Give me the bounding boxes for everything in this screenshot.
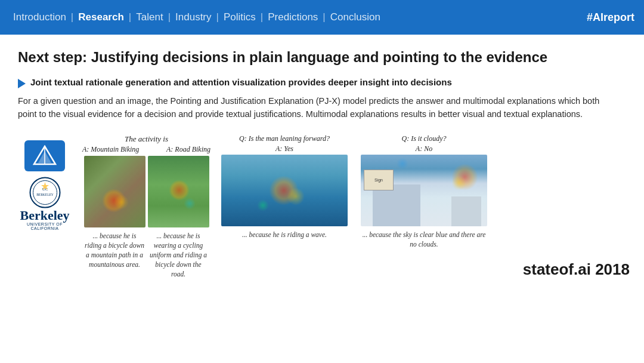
nav-links: Introduction | Research | Talent | Indus…	[10, 11, 384, 23]
nav-item-industry[interactable]: Industry	[172, 11, 215, 23]
bullet-triangle-icon	[18, 79, 26, 88]
cloudy-caption: ... because the sky is clear blue and th…	[361, 230, 487, 249]
nav-item-conclusion[interactable]: Conclusion	[327, 11, 384, 23]
cloudy-image-card: Q: Is it cloudy? A: No Sign	[358, 134, 490, 279]
wave-caption: ... because he is riding a wave.	[242, 230, 327, 239]
images-section: UC BERKELEY Berkeley University of Calif…	[18, 134, 626, 279]
image-cards: The activity is A: Mountain Biking A: Ro…	[82, 134, 626, 279]
cloudy-image: Sign	[361, 155, 487, 226]
nav-separator: |	[215, 11, 220, 23]
biking-sublabels: A: Mountain Biking A: Road Biking	[82, 145, 210, 154]
nav-item-research[interactable]: Research	[75, 11, 128, 23]
mountain-biking-caption: ... because he is riding a bicycle down …	[84, 231, 145, 279]
body-paragraph: For a given question and an image, the P…	[18, 94, 614, 121]
wave-question: Q: Is the man leaning forward?	[239, 134, 330, 143]
hashtag-label: #AIreport	[587, 11, 634, 24]
subtitle-text: Joint textual rationale generation and a…	[30, 77, 452, 87]
svg-text:BERKELEY: BERKELEY	[36, 193, 54, 196]
wave-image-card: Q: Is the man leaning forward? A: Yes ..…	[219, 134, 350, 279]
road-biking-image	[148, 156, 209, 227]
stateof-footer: stateof.ai 2018	[523, 260, 630, 279]
wave-question-labels: Q: Is the man leaning forward? A: Yes	[219, 134, 350, 155]
mountain-biking-label: A: Mountain Biking	[82, 145, 139, 154]
biking-captions: ... because he is riding a bicycle down …	[84, 231, 209, 279]
berkeley-logo: UC BERKELEY Berkeley University of Calif…	[18, 176, 72, 230]
biking-image-pair	[84, 156, 209, 227]
subtitle-block: Joint textual rationale generation and a…	[18, 77, 626, 88]
wave-answer: A: Yes	[239, 144, 330, 153]
main-content: Next step: Justifying decisions in plain…	[0, 35, 644, 288]
road-biking-label: A: Road Biking	[166, 145, 210, 154]
berkeley-seal-icon: UC BERKELEY	[29, 176, 61, 209]
road-biking-caption: ... because he is wearing a cycling unif…	[148, 231, 209, 279]
nav-item-predictions[interactable]: Predictions	[264, 11, 321, 23]
nav-separator: |	[128, 11, 132, 23]
nav-separator: |	[70, 11, 75, 23]
berkeley-text-block: Berkeley University of California	[18, 209, 72, 230]
nav-separator: |	[167, 11, 172, 23]
page-title: Next step: Justifying decisions in plain…	[18, 49, 626, 66]
cloudy-question: Q: Is it cloudy?	[402, 134, 447, 143]
top-navigation: Introduction | Research | Talent | Indus…	[0, 0, 644, 35]
logos-block: UC BERKELEY Berkeley University of Calif…	[18, 140, 72, 230]
biking-top-label: The activity is	[125, 134, 168, 144]
berkeley-subtitle-label: University of California	[18, 222, 72, 230]
year-value: 2018	[595, 260, 630, 278]
nav-item-introduction[interactable]: Introduction	[10, 11, 70, 23]
nav-item-talent[interactable]: Talent	[132, 11, 166, 23]
mountain-biking-image	[84, 156, 145, 227]
stateof-label: stateof.ai	[523, 260, 591, 278]
nav-separator: |	[321, 11, 326, 23]
nav-separator: |	[259, 11, 264, 23]
facebook-logo	[24, 140, 65, 171]
nav-item-politics[interactable]: Politics	[220, 11, 259, 23]
berkeley-name-label: Berkeley	[18, 209, 72, 222]
wave-image	[221, 155, 348, 226]
cloudy-answer: A: No	[402, 144, 447, 153]
biking-image-card: The activity is A: Mountain Biking A: Ro…	[82, 134, 210, 279]
cloudy-question-labels: Q: Is it cloudy? A: No	[358, 134, 490, 155]
facebook-ai-research-icon	[32, 145, 58, 167]
